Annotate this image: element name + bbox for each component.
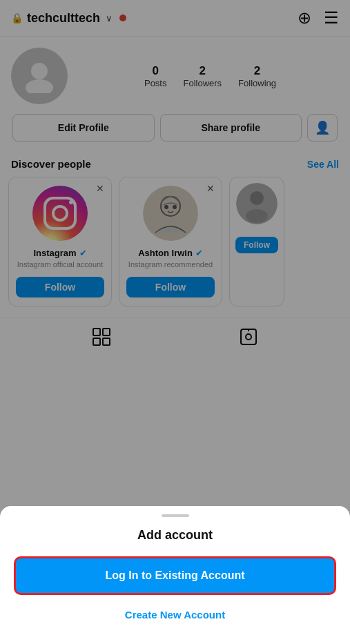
sheet-handle xyxy=(162,514,189,517)
login-existing-button[interactable]: Log In to Existing Account xyxy=(14,556,336,595)
create-new-account-button[interactable]: Create New Account xyxy=(14,606,336,623)
add-account-sheet: Add account Log In to Existing Account C… xyxy=(0,506,350,644)
sheet-title: Add account xyxy=(14,528,336,543)
